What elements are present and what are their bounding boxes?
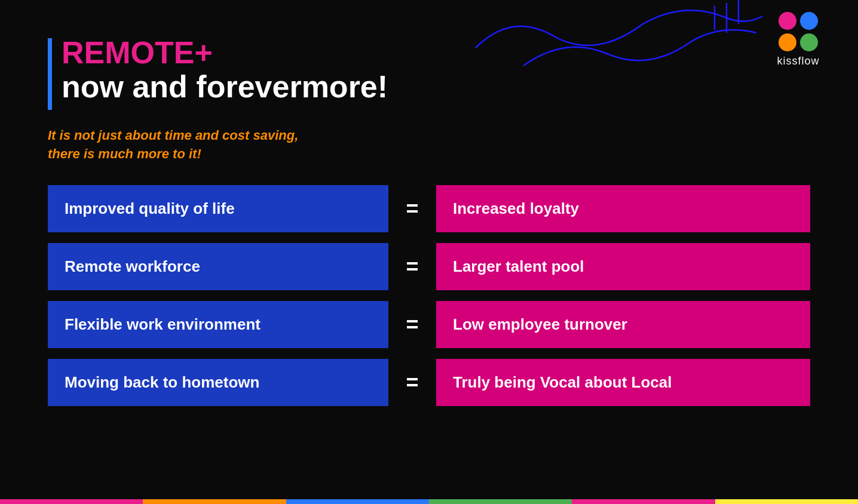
decoration-lines bbox=[464, 0, 762, 78]
eq-right-2: Larger talent pool bbox=[436, 243, 810, 290]
subtitle-line2: there is much more to it! bbox=[48, 146, 201, 161]
bar-seg-4 bbox=[429, 499, 572, 504]
eq-left-2: Remote workforce bbox=[48, 243, 388, 290]
eq-left-3: Flexible work environment bbox=[48, 301, 388, 348]
eq-sign-3: = bbox=[388, 312, 436, 337]
logo-dot-blue bbox=[800, 12, 818, 30]
bottom-color-bar bbox=[0, 499, 858, 504]
subtitle-line1: It is not just about time and cost savin… bbox=[48, 128, 298, 143]
equation-row-1: Improved quality of life = Increased loy… bbox=[48, 185, 810, 232]
bar-seg-5 bbox=[572, 499, 715, 504]
header-section: REMOTE+ now and forevermore! It is not j… bbox=[48, 36, 388, 164]
blue-accent-bar bbox=[48, 38, 52, 110]
equation-row-3: Flexible work environment = Low employee… bbox=[48, 301, 810, 348]
bar-seg-6 bbox=[715, 499, 858, 504]
eq-left-4: Moving back to hometown bbox=[48, 359, 388, 406]
equations-container: Improved quality of life = Increased loy… bbox=[48, 185, 810, 417]
bar-seg-3 bbox=[286, 499, 429, 504]
eq-left-1: Improved quality of life bbox=[48, 185, 388, 232]
logo-text: kissflow bbox=[777, 55, 819, 67]
eq-sign-2: = bbox=[388, 254, 436, 279]
bar-seg-1 bbox=[0, 499, 143, 504]
equation-row-2: Remote workforce = Larger talent pool bbox=[48, 243, 810, 290]
eq-sign-4: = bbox=[388, 370, 436, 395]
logo-dots bbox=[774, 12, 822, 51]
title-sub: now and forevermore! bbox=[62, 70, 388, 104]
bar-seg-2 bbox=[143, 499, 286, 504]
eq-sign-1: = bbox=[388, 196, 436, 222]
eq-right-4: Truly being Vocal about Local bbox=[436, 359, 810, 406]
eq-right-3: Low employee turnover bbox=[436, 301, 810, 348]
equation-row-4: Moving back to hometown = Truly being Vo… bbox=[48, 359, 810, 406]
title-remote: REMOTE+ bbox=[62, 36, 388, 70]
eq-right-1: Increased loyalty bbox=[436, 185, 810, 232]
logo-dot-green bbox=[800, 33, 818, 51]
logo-dot-orange bbox=[779, 33, 796, 51]
logo-area: kissflow bbox=[774, 12, 822, 67]
logo-dot-pink bbox=[779, 12, 796, 30]
subtitle: It is not just about time and cost savin… bbox=[48, 127, 388, 164]
